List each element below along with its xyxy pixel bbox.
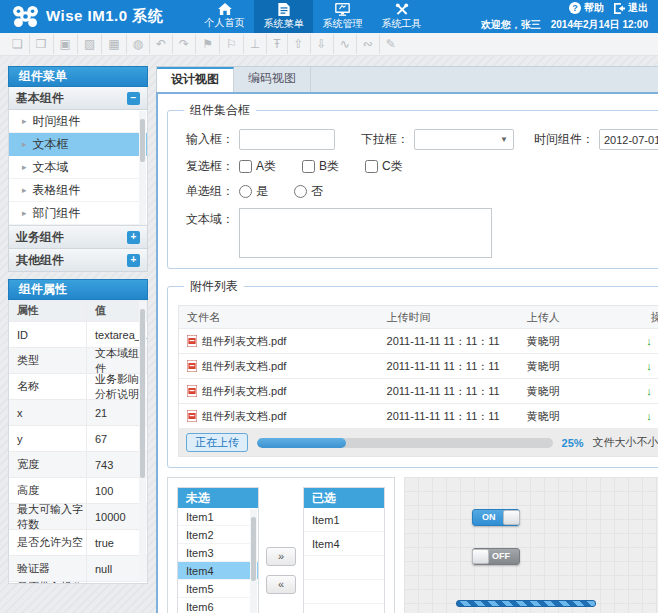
checkbox-class-b[interactable]: B类 [302,158,339,175]
pencil-icon[interactable]: ✎ [379,34,402,54]
marker-icon[interactable]: ⚐ [219,34,243,54]
nav-system-menu[interactable]: 系统菜单 [254,0,313,33]
component-item-label: 部门组件 [33,205,81,222]
logout-label: 退出 [628,1,648,15]
list-item[interactable]: Item2 [178,526,258,544]
attachment-filename[interactable]: 组件列表文档.pdf [202,384,286,399]
component-item-textbox[interactable]: ▸ 文本框 [9,133,147,156]
home-icon [218,3,232,15]
download-arrow-icon[interactable]: ↓ [646,385,652,397]
nav-system-admin[interactable]: 系统管理 [313,0,372,33]
component-menu-header: 组件菜单 [8,66,148,87]
input-label: 输入框： [178,131,234,148]
publish-icon[interactable]: ◍ [126,34,149,54]
checkbox-icon[interactable] [302,160,315,173]
curve-chart-icon[interactable]: ∾ [356,34,379,54]
accordion-other-components[interactable]: 其他组件 + [8,249,148,272]
text-input[interactable] [239,129,335,150]
main-nav: 个人首页 系统菜单 系统管理 系统工具 [195,0,431,33]
textarea-field[interactable] [239,208,492,258]
list-item[interactable]: Item1 [178,508,258,526]
toggle-knob[interactable] [472,549,489,564]
collection-legend: 组件集合框 [184,102,256,119]
accordion-business-components[interactable]: 业务组件 + [8,226,148,249]
list-item[interactable]: Item5 [178,580,258,598]
component-list-scrollbar[interactable] [139,111,146,224]
download-icon[interactable]: ⇩ [310,34,333,54]
checkbox-class-a[interactable]: A类 [239,158,276,175]
download-arrow-icon[interactable]: ↓ [646,410,652,422]
open-folder-icon[interactable]: ❒ [29,34,53,54]
toggle-knob[interactable] [503,510,520,525]
checkbox-icon[interactable] [239,160,252,173]
page-body: 组件菜单 基本组件 − ▸ 时间组件 ▸ 文本框 ▸ 文本域 ▸ 表格组件 [0,56,658,613]
property-key: 高度 [9,478,87,503]
component-item-textarea[interactable]: ▸ 文本域 [9,156,147,179]
radio-yes-label: 是 [256,183,268,200]
upload-progress-percent: 25% [562,437,584,449]
dropdown-select[interactable]: ▼ [414,129,514,150]
move-left-button[interactable]: « [266,575,296,594]
property-value: 67 [87,433,147,445]
attachment-filename[interactable]: 组件列表文档.pdf [202,409,286,424]
redo-icon[interactable]: ↷ [172,34,195,54]
download-arrow-icon[interactable]: ↓ [646,360,652,372]
list-item[interactable]: Item4 [304,532,384,556]
flag-icon[interactable]: ⚑ [195,34,219,54]
undo-icon[interactable]: ↶ [149,34,172,54]
help-link[interactable]: ? 帮助 [569,1,604,15]
attachment-filename[interactable]: 组件列表文档.pdf [202,334,286,349]
logout-link[interactable]: 退出 [614,1,648,15]
component-item-table[interactable]: ▸ 表格组件 [9,179,147,202]
download-arrow-icon[interactable]: ↓ [646,335,652,347]
property-row: 名称业务影响分析说明 [9,374,147,400]
component-item-time[interactable]: ▸ 时间组件 [9,110,147,133]
date-picker[interactable]: 2012-07-01 [599,129,658,150]
list-item[interactable]: Item3 [178,544,258,562]
property-key: 最大可输入字符数 [9,504,87,529]
design-canvas: ON OFF [404,477,658,613]
attachment-uploader: 黄晓明 [527,334,626,349]
radio-icon[interactable] [239,185,252,198]
tab-code-view[interactable]: 编码视图 [234,67,311,92]
list-item[interactable]: Item1 [304,508,384,532]
nav-system-tools[interactable]: 系统工具 [372,0,431,33]
nav-home[interactable]: 个人首页 [195,0,254,33]
component-list: ▸ 时间组件 ▸ 文本框 ▸ 文本域 ▸ 表格组件 ▸ 部门组件 [8,110,148,226]
move-right-button[interactable]: » [266,547,296,566]
attachment-row: 组件列表文档.pdf 2011-11-11 11：11：11 黄晓明 ↓|✕ [179,404,658,429]
selected-list: 已选 Item1 Item4 [303,487,385,613]
edit-form-icon[interactable]: ▨ [77,34,101,54]
attachment-filename[interactable]: 组件列表文档.pdf [202,359,286,374]
text-icon[interactable]: Ŧ [266,34,286,54]
radio-yes[interactable]: 是 [239,183,268,200]
attachment-uploader: 黄晓明 [527,409,626,424]
list-item[interactable]: Item6 [178,598,258,613]
radio-icon[interactable] [294,185,307,198]
uploading-button[interactable]: 正在上传 [186,433,248,452]
toggle-switch-off[interactable]: OFF [472,548,520,565]
upload-icon[interactable]: ⇧ [287,34,310,54]
list-item-selected[interactable]: Item4 [178,562,258,580]
tab-design-view[interactable]: 设计视图 [157,67,234,92]
date-label: 时间组件： [532,131,594,148]
collapse-icon[interactable]: − [127,92,140,105]
accordion-basic-components[interactable]: 基本组件 − [8,87,148,110]
align-icon[interactable]: ⊥ [243,34,266,54]
unselected-list-scrollbar[interactable] [250,509,257,613]
save-icon[interactable]: ▣ [53,34,77,54]
toggle-switch-on[interactable]: ON [472,509,520,526]
component-item-department[interactable]: ▸ 部门组件 [9,202,147,225]
checkbox-icon[interactable] [365,160,378,173]
delete-icon[interactable]: ▦ [101,34,125,54]
line-chart-icon[interactable]: ∿ [333,34,356,54]
radio-no[interactable]: 否 [294,183,323,200]
expand-icon[interactable]: + [127,231,140,244]
new-file-icon[interactable]: ❏ [6,34,29,54]
arrow-right-icon: ▸ [22,162,27,172]
expand-icon[interactable]: + [127,254,140,267]
checkbox-class-c[interactable]: C类 [365,158,403,175]
attachment-row: 组件列表文档.pdf 2011-11-11 11：11：11 黄晓明 ↓|✕ [179,329,658,354]
properties-scrollbar[interactable] [139,301,146,582]
property-row: 验证器null [9,556,147,582]
